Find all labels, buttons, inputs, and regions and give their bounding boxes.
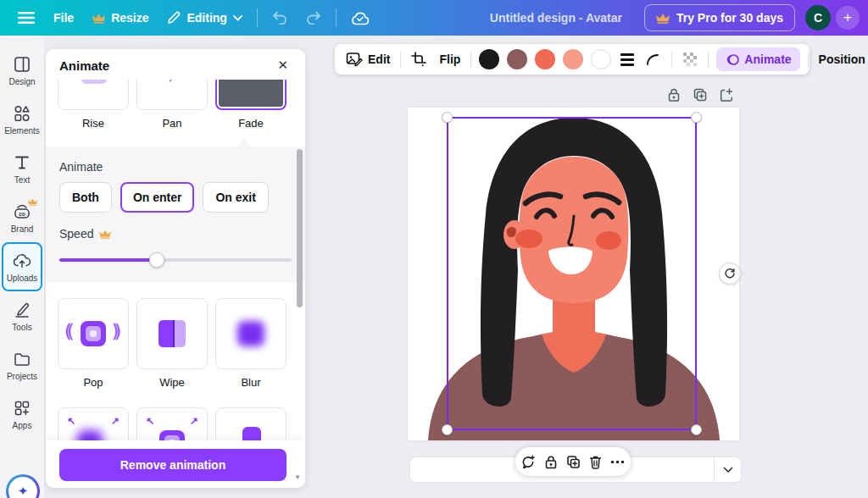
editing-mode-dropdown[interactable]: Editing <box>158 6 251 30</box>
preset-wipe-thumb[interactable] <box>136 298 208 369</box>
duplicate-page-icon[interactable] <box>693 87 708 102</box>
redo-button[interactable] <box>297 6 331 30</box>
lock-icon[interactable] <box>666 87 682 102</box>
lock-icon <box>544 455 558 469</box>
replay-animation-button[interactable] <box>719 263 741 285</box>
sidebar-item-projects[interactable]: Projects <box>2 340 42 390</box>
toolbar-divider <box>708 51 709 68</box>
sidebar-item-label: Elements <box>4 126 40 136</box>
lock-element-button[interactable] <box>544 455 558 469</box>
sidebar-item-label: Brand <box>11 224 34 234</box>
preset-pop-thumb[interactable]: ⸨ ⸩ <box>58 298 129 369</box>
preset-label-blur: Blur <box>215 376 287 389</box>
preset-label-fade: Fade <box>215 117 287 130</box>
sidebar-item-label: Text <box>14 175 30 185</box>
position-button[interactable]: Position <box>816 49 868 69</box>
edit-image-button[interactable]: Edit <box>343 48 392 70</box>
color-swatch-mauve[interactable] <box>507 49 527 69</box>
flip-button[interactable]: Flip <box>437 49 463 69</box>
resize-handle-top-left[interactable] <box>442 112 453 123</box>
preset-label-rise: Rise <box>58 117 129 130</box>
undo-button[interactable] <box>263 6 297 30</box>
color-swatch-salmon[interactable] <box>563 49 583 69</box>
file-label: File <box>53 11 74 25</box>
color-swatch-coral[interactable] <box>535 49 555 69</box>
magic-assistant-button[interactable]: ✦ <box>6 474 40 498</box>
delete-element-button[interactable] <box>589 455 602 469</box>
animate-button-active[interactable]: Animate <box>716 47 799 71</box>
arc-button[interactable] <box>643 50 664 69</box>
preset-grid-row-1: ⸨ ⸩ <box>46 283 305 369</box>
preset-row-scrolled: ➚ <box>46 80 305 110</box>
speed-slider[interactable] <box>59 252 292 268</box>
panel-scrollbar[interactable] <box>297 149 303 307</box>
duplicate-element-button[interactable] <box>566 455 581 469</box>
sidebar-item-design[interactable]: Design <box>2 46 42 95</box>
sidebar-item-apps[interactable]: Apps <box>2 390 42 439</box>
avatar-initial: C <box>814 11 822 25</box>
add-comment-button[interactable] <box>521 455 536 469</box>
pop-left-arc: ⸨ <box>65 321 74 348</box>
try-pro-button[interactable]: Try Pro for 30 days <box>644 4 795 31</box>
pop-right-arc: ⸩ <box>113 321 121 348</box>
trash-icon <box>589 455 602 469</box>
design-icon <box>13 55 31 74</box>
animation-settings: Animate Both On enter On exit Speed <box>46 147 305 283</box>
option-on-enter-button[interactable]: On enter <box>120 182 195 213</box>
sidebar-item-uploads[interactable]: Uploads <box>2 242 42 291</box>
more-options-button[interactable] <box>610 460 625 464</box>
sidebar-item-label: Apps <box>13 421 32 430</box>
text-icon <box>13 153 31 172</box>
crop-button[interactable] <box>409 48 429 70</box>
duplicate-plus-icon <box>566 455 581 469</box>
preset-blur-thumb[interactable] <box>215 298 287 369</box>
sidebar-item-text[interactable]: Text <box>2 144 42 193</box>
animate-icon <box>725 53 739 66</box>
account-avatar[interactable]: C <box>805 5 831 30</box>
main-menu-button[interactable] <box>8 6 44 30</box>
preset-rise-thumb[interactable] <box>58 80 129 110</box>
preset-pan-thumb[interactable]: ➚ <box>136 80 208 110</box>
checkerboard-icon <box>682 52 698 67</box>
color-swatch-black[interactable] <box>479 49 499 69</box>
expand-arrows-icon: ↗ <box>111 415 120 427</box>
tools-icon <box>13 301 31 319</box>
expand-pages-button[interactable] <box>714 457 741 482</box>
edit-label: Edit <box>368 53 390 66</box>
toolbar-divider <box>671 51 672 68</box>
color-swatch-white[interactable] <box>591 49 611 69</box>
resize-handle-top-right[interactable] <box>691 112 702 123</box>
option-both-button[interactable]: Both <box>59 182 112 213</box>
slider-thumb[interactable] <box>149 252 164 268</box>
preset-grid-labels: Pop Wipe Blur <box>46 369 305 399</box>
sidebar-item-tools[interactable]: Tools <box>2 291 42 340</box>
speed-row: Speed <box>59 227 292 241</box>
preset-fade-thumb-selected[interactable] <box>215 80 287 110</box>
cloud-save-status[interactable] <box>342 6 379 30</box>
cloud-check-icon <box>351 11 370 25</box>
arc-icon <box>646 53 661 65</box>
blur-glyph <box>237 321 264 346</box>
add-page-icon[interactable] <box>719 87 734 102</box>
file-menu-button[interactable]: File <box>44 6 83 30</box>
resize-handle-bottom-left[interactable] <box>442 424 453 435</box>
close-icon[interactable]: ✕ <box>274 56 292 75</box>
option-on-exit-button[interactable]: On exit <box>203 182 268 213</box>
avatar-illustration[interactable] <box>408 108 739 440</box>
direction-options: Both On enter On exit <box>59 182 292 213</box>
adjust-lines-icon[interactable] <box>619 52 636 68</box>
resize-button[interactable]: Resize <box>83 6 158 30</box>
transparency-button[interactable] <box>680 48 700 70</box>
create-design-button[interactable]: + <box>836 6 860 30</box>
document-title[interactable]: Untitled design - Avatar <box>490 11 622 25</box>
sparkle-icon: ✦ <box>8 477 37 498</box>
sidebar-item-brand[interactable]: co Brand <box>2 193 42 242</box>
canvas-page[interactable] <box>408 108 739 440</box>
remove-animation-button[interactable]: Remove animation <box>59 449 287 481</box>
pencil-icon <box>167 11 181 25</box>
resize-handle-bottom-right[interactable] <box>691 424 702 435</box>
sidebar-item-elements[interactable]: Elements <box>2 95 42 144</box>
expand-arrows-icon: ↖ <box>67 415 75 427</box>
scroll-down-arrow[interactable]: ▼ <box>294 473 301 481</box>
topbar: File Resize Editing Untitled design - Av… <box>0 0 868 36</box>
